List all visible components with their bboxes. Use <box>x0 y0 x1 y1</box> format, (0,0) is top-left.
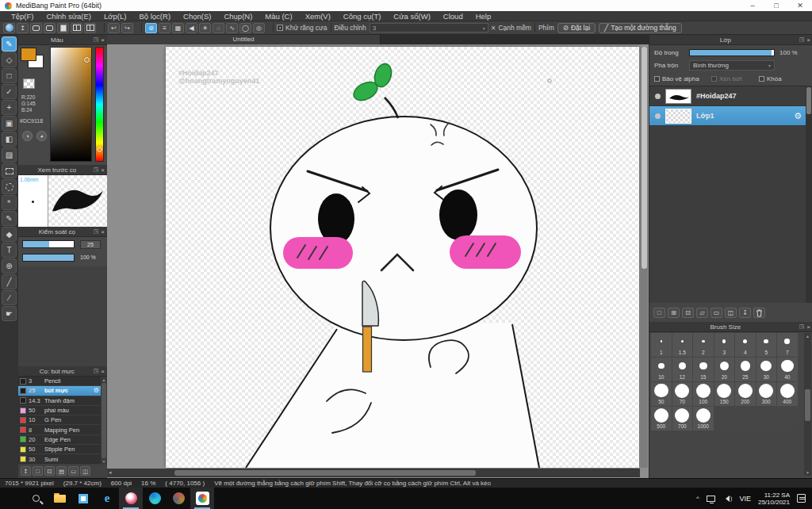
select-rect-tool[interactable] <box>2 163 17 178</box>
blend-mode-dropdown[interactable]: Bình thường▾ <box>689 60 775 71</box>
snap-tool[interactable]: ✓ <box>2 84 17 99</box>
layer-row[interactable]: #Hoidap247 <box>649 86 806 106</box>
snap-curve-icon[interactable]: ∿ <box>226 23 238 33</box>
document-tab[interactable]: Untitled <box>107 35 381 44</box>
layer-visibility-icon[interactable] <box>655 94 661 99</box>
brush-size-cell[interactable]: 2 <box>693 333 714 358</box>
medibang-cloud-icon[interactable] <box>3 23 15 33</box>
duplicate-brush-icon[interactable]: ◫ <box>80 466 90 476</box>
menu-item-chnhsae[interactable]: Chỉnh sửa(E) <box>40 12 98 21</box>
brush-list-scrollbar[interactable]: ▲▼ <box>101 377 107 465</box>
brush-size-cell[interactable]: 400 <box>777 382 799 407</box>
maximize-button[interactable]: □ <box>764 2 788 10</box>
drawing-canvas[interactable]: #Hoidap247 @hoangtramynguyen41 <box>166 47 639 468</box>
menu-item-casw[interactable]: Cửa sổ(W) <box>387 12 436 21</box>
volume-icon[interactable]: ) <box>722 495 733 502</box>
lasso-tool[interactable] <box>2 179 17 194</box>
close-icon[interactable]: × <box>101 368 105 375</box>
hand-tool[interactable]: ☛ <box>2 306 17 321</box>
search-button[interactable] <box>24 488 48 509</box>
menu-item-cloud[interactable]: Cloud <box>437 12 469 21</box>
snap-off-icon[interactable]: ⊘ <box>145 23 157 33</box>
saturation-value-picker[interactable] <box>50 47 92 162</box>
brush-row[interactable]: 20Edge Pen <box>18 435 101 445</box>
brush-opacity-slider[interactable] <box>22 254 75 262</box>
brush-size-cell[interactable]: 70 <box>672 382 694 407</box>
menu-item-lpl[interactable]: Lớp(L) <box>98 12 132 21</box>
brush-tool[interactable]: ✎ <box>2 36 17 52</box>
tray-chevron-icon[interactable]: ^ <box>696 495 699 502</box>
upload-brush-icon[interactable]: ↥ <box>21 466 31 476</box>
popout-icon[interactable]: ◳ <box>94 166 99 173</box>
snap-radial-icon[interactable]: ☀ <box>199 23 211 33</box>
comment-icon[interactable] <box>30 23 42 33</box>
brush-size-cell[interactable]: 300 <box>756 382 778 407</box>
internet-explorer-icon[interactable]: e <box>95 488 119 509</box>
menu-item-help[interactable]: Help <box>469 12 498 21</box>
minimize-button[interactable]: – <box>741 2 764 10</box>
brush-size-cell[interactable]: 50 <box>651 382 672 407</box>
layer-opacity-slider[interactable] <box>689 49 775 56</box>
merge-layer-icon[interactable]: ↧ <box>739 308 751 318</box>
eraser-tool[interactable]: ◇ <box>2 52 17 67</box>
new-layer-icon[interactable]: □ <box>653 308 665 318</box>
popout-icon[interactable]: ◳ <box>94 228 99 235</box>
menu-item-blcr[interactable]: Bộ lọc(R) <box>132 12 177 21</box>
brush-row[interactable]: 8Mapping Pen <box>18 425 101 434</box>
brush-size-cell[interactable]: 12 <box>672 358 694 382</box>
brush-size-cell[interactable]: 15 <box>693 358 714 382</box>
layer-folder-icon[interactable]: ▭ <box>710 308 722 318</box>
snap-concentric-icon[interactable]: ◎ <box>253 23 265 33</box>
clock[interactable]: 11:22 SA25/10/2021 <box>758 492 790 506</box>
sv-picker-ring[interactable] <box>84 57 90 63</box>
brush-size-cell[interactable]: 100 <box>693 382 714 407</box>
straight-line-button[interactable]: ╱ Tạo một đường thẳng <box>599 23 682 33</box>
snap-parallel-icon[interactable]: ≡ <box>159 23 170 33</box>
layer-visibility-icon[interactable] <box>655 113 661 119</box>
layer-settings-gear-icon[interactable]: ⚙ <box>794 111 802 121</box>
add-layer-menu-icon[interactable]: ▱ <box>696 308 708 318</box>
brush-size-cell[interactable]: 25 <box>735 358 756 382</box>
operation-tool[interactable]: ⊕ <box>2 258 17 274</box>
canvas-horizontal-scrollbar[interactable]: ◂ <box>107 469 640 477</box>
brush-size-scrollbar[interactable]: ▲▼ <box>804 333 811 476</box>
brush-size-cell[interactable]: 5 <box>756 333 778 358</box>
message-icon[interactable] <box>44 23 56 33</box>
browser-app-icon[interactable] <box>119 488 143 509</box>
language-indicator[interactable]: VIE <box>739 495 751 503</box>
menu-item-chns[interactable]: Chọn(S) <box>177 12 217 21</box>
menu-item-cngct[interactable]: Công cụ(T) <box>337 12 388 21</box>
brush-row[interactable]: 50phai màu <box>18 406 101 415</box>
hue-ring[interactable] <box>97 147 102 152</box>
copy-layer-icon[interactable]: ◫ <box>725 308 737 318</box>
antialias-checkbox[interactable]: ▪ <box>277 25 283 31</box>
brush-size-value[interactable]: 25 <box>80 240 101 249</box>
close-icon[interactable]: × <box>101 36 105 44</box>
publish-icon[interactable]: ↥ <box>17 23 29 33</box>
brush-size-cell[interactable]: 700 <box>672 407 694 431</box>
color-set-icon[interactable]: ◕ <box>36 131 47 141</box>
brush-size-cell[interactable]: 40 <box>777 358 799 382</box>
brush-size-slider[interactable] <box>22 240 75 248</box>
snap-cross-icon[interactable]: ▦ <box>172 23 184 33</box>
snap-circle-icon[interactable]: ◌ <box>213 23 224 33</box>
add-brush-menu-icon[interactable]: ⊡ <box>44 466 55 476</box>
text-tool[interactable]: T <box>2 243 17 258</box>
lock-checkbox[interactable]: Khóa <box>759 75 782 82</box>
brush-size-cell[interactable]: 1.5 <box>672 333 694 358</box>
brush-row[interactable]: 10G Pen <box>18 415 101 425</box>
popout-icon[interactable]: ◳ <box>799 36 805 43</box>
brush-size-cell[interactable]: 30 <box>756 358 778 382</box>
menu-item-chpn[interactable]: Chụp(N) <box>217 12 259 21</box>
menu-item-muc[interactable]: Màu (C) <box>259 12 298 21</box>
file-explorer-icon[interactable] <box>48 488 71 509</box>
redo-icon[interactable]: ↪ <box>121 23 133 33</box>
brush-size-cell[interactable]: 7 <box>777 333 799 358</box>
reset-button[interactable]: ⊘ Đặt lại <box>557 23 596 33</box>
close-icon[interactable]: × <box>806 36 810 44</box>
pen-tool[interactable]: ∕ <box>2 290 17 305</box>
popout-icon[interactable]: ◳ <box>94 36 99 43</box>
layer-list-scrollbar[interactable] <box>806 86 812 303</box>
snap-ellipse-icon[interactable]: ◯ <box>239 23 251 33</box>
brush-size-cell[interactable]: 4 <box>735 333 756 358</box>
